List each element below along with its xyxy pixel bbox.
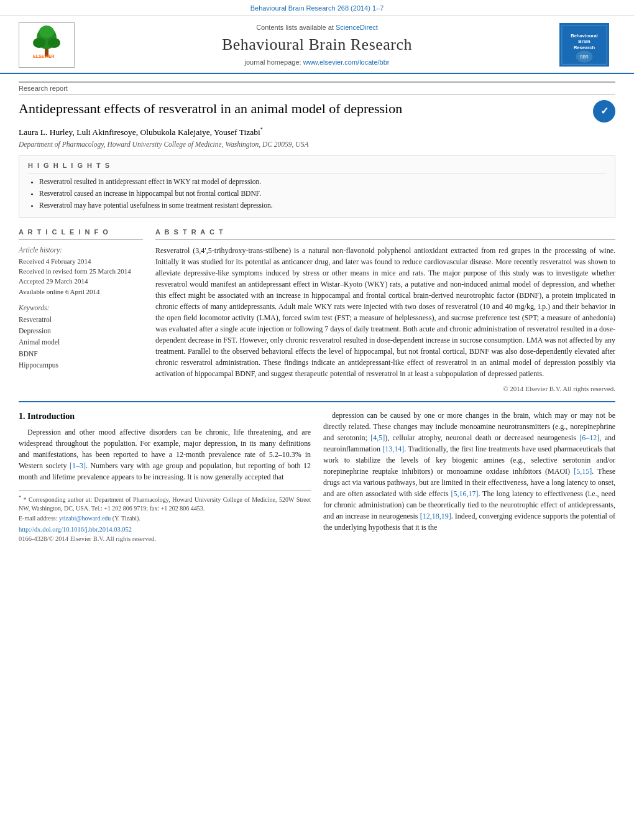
- highlight-item-2: Resveratrol caused an increase in hippoc…: [39, 188, 606, 198]
- keyword-5: Hippocampus: [19, 360, 143, 370]
- body-text-left: Depression and other mood affective diso…: [19, 427, 311, 482]
- ref-12-18-19[interactable]: [12,18,19]: [420, 512, 451, 520]
- abstract-text: Resveratrol (3,4′,5-trihydroxy-trans-sti…: [155, 245, 615, 379]
- ref-5-16-17[interactable]: [5,16,17]: [451, 489, 478, 498]
- email-label: E-mail address:: [19, 515, 57, 522]
- article-title-row: Antidepressant effects of resveratrol in…: [19, 100, 615, 122]
- revised-date: Received in revised form 25 March 2014: [19, 267, 143, 276]
- ref-1-3[interactable]: [1–3]: [70, 461, 86, 470]
- top-bar: Behavioural Brain Research 268 (2014) 1–…: [0, 0, 634, 16]
- available-date: Available online 6 April 2014: [19, 287, 143, 297]
- abstract-col: A B S T R A C T Resveratrol (3,4′,5-trih…: [155, 225, 615, 394]
- journal-logo-right: Behavioural Brain Research BBR: [559, 23, 615, 67]
- section-label: Research report: [19, 81, 615, 95]
- body-text-right: depression can be caused by one or more …: [323, 410, 615, 533]
- authors: Laura L. Hurley, Luli Akinfiresoye, Olub…: [19, 126, 615, 138]
- article-info-col: A R T I C L E I N F O Article history: R…: [19, 225, 143, 394]
- svg-point-3: [48, 38, 60, 48]
- abstract-heading: A B S T R A C T: [155, 228, 615, 239]
- section-1-heading: 1. Introduction: [19, 410, 311, 423]
- highlight-item-1: Resveratrol resulted in antidepressant e…: [39, 177, 606, 187]
- svg-text:Behavioural: Behavioural: [571, 33, 597, 39]
- homepage-link[interactable]: www.elsevier.com/locate/bbr: [303, 58, 390, 66]
- received-date: Received 4 February 2014: [19, 257, 143, 266]
- doi-line: http://dx.doi.org/10.1016/j.bbr.2014.03.…: [19, 525, 311, 535]
- article-history-heading: Article history:: [19, 245, 143, 255]
- email-footnote: E-mail address: ytizabi@howard.edu (Y. T…: [19, 514, 311, 523]
- keywords-heading: Keywords:: [19, 303, 143, 313]
- email-link[interactable]: ytizabi@howard.edu: [59, 515, 111, 522]
- journal-title: Behavioural Brain Research: [75, 34, 559, 56]
- article-history: Article history: Received 4 February 201…: [19, 245, 143, 297]
- journal-homepage: journal homepage: www.elsevier.com/locat…: [75, 58, 559, 67]
- svg-text:ELSEVIER: ELSEVIER: [33, 54, 55, 58]
- section-divider: [19, 401, 615, 402]
- ref-4-5[interactable]: [4,5]: [370, 433, 385, 442]
- svg-text:Brain: Brain: [578, 39, 590, 45]
- email-suffix: (Y. Tizabi).: [113, 515, 140, 522]
- elsevier-tree-icon: ELSEVIER: [28, 25, 65, 60]
- doi-link[interactable]: http://dx.doi.org/10.1016/j.bbr.2014.03.…: [19, 526, 132, 533]
- copyright-line: © 2014 Elsevier B.V. All rights reserved…: [155, 384, 615, 394]
- sciencedirect-link[interactable]: ScienceDirect: [336, 24, 378, 31]
- article-title-text: Antidepressant effects of resveratrol in…: [19, 100, 587, 118]
- keywords-block: Keywords: Resveratrol Depression Animal …: [19, 303, 143, 370]
- ref-6-12[interactable]: [6–12]: [579, 433, 599, 442]
- article-info-abstract: A R T I C L E I N F O Article history: R…: [19, 225, 615, 394]
- ref-5-15[interactable]: [5,15]: [574, 467, 592, 476]
- highlights-list: Resveratrol resulted in antidepressant e…: [28, 177, 606, 210]
- body-col-right: depression can be caused by one or more …: [323, 410, 615, 544]
- crossmark-badge[interactable]: ✓: [593, 100, 615, 122]
- keyword-2: Depression: [19, 326, 143, 336]
- body-para-1: Depression and other mood affective diso…: [19, 427, 311, 482]
- svg-point-4: [39, 25, 54, 38]
- ref-13-14[interactable]: [13,14]: [382, 445, 404, 453]
- highlight-item-3: Resveratrol may have potential usefulnes…: [39, 200, 606, 210]
- highlights-section: H I G H L I G H T S Resveratrol resulted…: [19, 155, 615, 218]
- journal-citation: Behavioural Brain Research 268 (2014) 1–…: [250, 4, 384, 12]
- body-col-left: 1. Introduction Depression and other moo…: [19, 410, 311, 544]
- crossmark-icon[interactable]: ✓: [593, 100, 615, 122]
- svg-point-2: [33, 38, 45, 48]
- highlights-title: H I G H L I G H T S: [28, 161, 606, 173]
- keyword-4: BDNF: [19, 349, 143, 359]
- bbr-logo: Behavioural Brain Research BBR: [559, 23, 609, 67]
- main-content: Research report Antidepressant effects o…: [0, 74, 634, 402]
- contents-line: Contents lists available at ScienceDirec…: [75, 23, 559, 32]
- footnote-area: * * Corresponding author at: Department …: [19, 490, 311, 544]
- svg-text:BBR: BBR: [580, 55, 589, 59]
- page: Behavioural Brain Research 268 (2014) 1–…: [0, 0, 634, 840]
- keyword-3: Animal model: [19, 337, 143, 347]
- journal-header: ELSEVIER Contents lists available at Sci…: [0, 16, 634, 73]
- body-two-col: 1. Introduction Depression and other moo…: [0, 410, 634, 544]
- affiliation: Department of Pharmacology, Howard Unive…: [19, 139, 615, 149]
- issn-line: 0166-4328/© 2014 Elsevier B.V. All right…: [19, 535, 311, 544]
- article-info-heading: A R T I C L E I N F O: [19, 228, 143, 239]
- svg-text:Research: Research: [574, 45, 595, 50]
- journal-header-center: Contents lists available at ScienceDirec…: [75, 23, 559, 67]
- elsevier-logo-left: ELSEVIER: [19, 22, 75, 67]
- accepted-date: Accepted 29 March 2014: [19, 277, 143, 286]
- keywords-list: Resveratrol Depression Animal model BDNF…: [19, 315, 143, 369]
- body-para-2: depression can be caused by one or more …: [323, 410, 615, 533]
- corresponding-footnote: * * Corresponding author at: Department …: [19, 494, 311, 513]
- bbr-logo-svg: Behavioural Brain Research BBR: [561, 23, 608, 67]
- keyword-1: Resveratrol: [19, 315, 143, 325]
